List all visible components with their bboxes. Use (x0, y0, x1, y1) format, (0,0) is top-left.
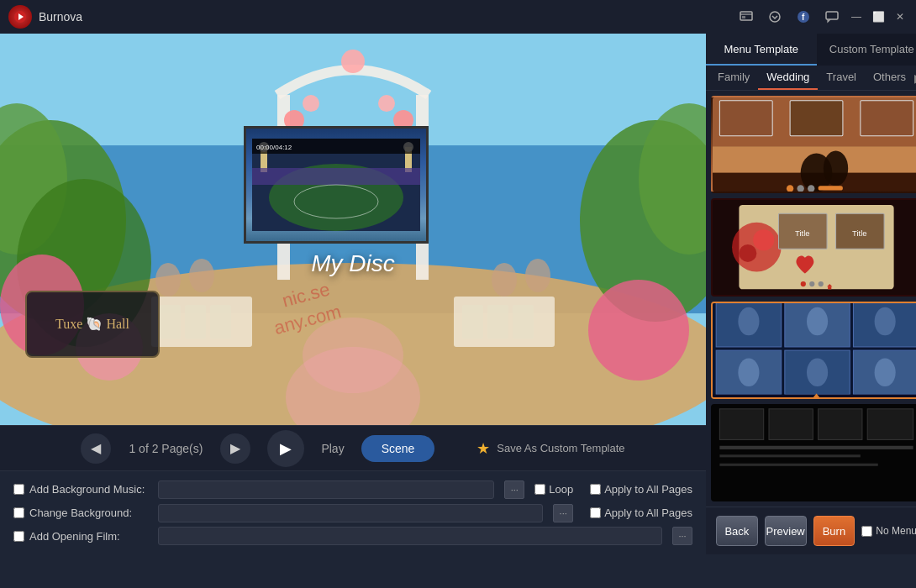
svg-point-40 (492, 263, 517, 297)
loop-checkbox[interactable]: Loop (534, 483, 573, 496)
svg-rect-33 (210, 305, 231, 339)
svg-rect-65 (819, 186, 843, 190)
svg-point-90 (738, 358, 759, 386)
add-opening-film-checkbox[interactable]: Add Opening Film: (13, 530, 148, 543)
back-button[interactable]: Back (716, 516, 758, 546)
svg-rect-36 (487, 305, 508, 339)
menu-template-tab[interactable]: Menu Template (706, 34, 817, 66)
svg-rect-101 (719, 454, 860, 457)
svg-point-29 (303, 318, 403, 393)
apply-to-pages-check[interactable] (590, 484, 601, 495)
background-music-row: Add Background Music: ··· Loop Apply to … (13, 478, 692, 501)
svg-rect-59 (861, 101, 913, 136)
page-indicator: 1 of 2 Page(s) (128, 442, 203, 455)
close-button[interactable]: ✕ (892, 9, 908, 24)
app-title: Burnova (39, 10, 738, 24)
video-thumbnail: 00:00/04:12 (244, 126, 429, 244)
svg-rect-35 (462, 305, 483, 339)
svg-point-76 (809, 281, 814, 286)
template-grid: Title Title (706, 91, 916, 507)
title-plate: Tuxe 🐚 Hall (25, 291, 160, 358)
svg-rect-50 (252, 168, 420, 185)
no-menu-checkbox[interactable]: No Menu (861, 525, 916, 537)
svg-point-5 (770, 12, 780, 22)
action-buttons: Back Preview Burn No Menu (706, 507, 916, 554)
template-item[interactable] (711, 302, 916, 399)
preview-canvas: nic.se any.com (0, 34, 706, 425)
svg-rect-58 (790, 101, 843, 136)
next-page-button[interactable]: ▶ (220, 433, 250, 464)
template-item[interactable] (711, 404, 916, 501)
opening-film-check[interactable] (13, 531, 24, 542)
svg-point-70 (739, 244, 756, 262)
background-music-browse-button[interactable]: ··· (504, 480, 524, 499)
svg-rect-102 (719, 463, 877, 465)
svg-point-92 (875, 358, 896, 386)
svg-point-87 (738, 307, 759, 334)
no-menu-check[interactable] (861, 526, 872, 537)
titlebar-icons: f (738, 8, 840, 25)
background-browse-button[interactable]: ··· (553, 504, 573, 522)
preview-section: nic.se any.com (0, 34, 706, 554)
svg-rect-31 (160, 305, 181, 339)
preview-button[interactable]: Preview (765, 516, 807, 546)
minimize-button[interactable]: — (849, 9, 864, 24)
save-template-label: Save As Custom Template (497, 442, 624, 454)
custom-template-tab[interactable]: Custom Template (817, 34, 916, 66)
svg-rect-100 (719, 446, 913, 449)
apply-to-pages-2-check[interactable] (590, 507, 601, 518)
svg-point-69 (753, 229, 774, 250)
change-background-row: Change Background: ··· Apply to All Page… (13, 501, 692, 525)
svg-text:Title: Title (852, 228, 866, 238)
svg-point-27 (341, 50, 365, 73)
change-background-checkbox[interactable]: Change Background: (13, 507, 148, 519)
play-button[interactable]: ▶ (267, 430, 304, 467)
opening-film-input[interactable] (158, 527, 662, 545)
svg-point-88 (807, 307, 828, 334)
category-wedding-tab[interactable]: Wedding (758, 66, 818, 90)
profile-icon[interactable] (738, 8, 755, 25)
svg-point-61 (824, 150, 848, 186)
background-input[interactable] (158, 504, 543, 522)
template-item[interactable]: Title Title (711, 198, 916, 296)
svg-point-89 (875, 307, 896, 334)
titlebar: Burnova f — ⬜ ✕ (0, 0, 916, 34)
svg-point-75 (801, 281, 806, 286)
svg-rect-96 (719, 409, 763, 440)
opening-film-row: Add Opening Film: ··· (13, 524, 692, 548)
burn-button[interactable]: Burn (813, 516, 855, 546)
svg-rect-8 (826, 12, 838, 19)
svg-point-77 (819, 281, 824, 286)
svg-point-41 (525, 259, 550, 292)
apply-to-pages-2-checkbox[interactable]: Apply to All Pages (590, 507, 692, 519)
background-music-check[interactable] (13, 484, 24, 495)
change-background-check[interactable] (13, 507, 24, 518)
svg-rect-32 (185, 305, 206, 339)
category-others-tab[interactable]: Others (865, 66, 914, 90)
loop-check[interactable] (534, 484, 545, 495)
scene-button[interactable]: Scene (361, 435, 435, 462)
facebook-icon[interactable]: f (795, 8, 812, 25)
window-controls: — ⬜ ✕ (849, 9, 908, 24)
svg-rect-97 (769, 409, 813, 440)
notification-icon[interactable] (766, 8, 783, 25)
svg-rect-57 (719, 101, 772, 136)
save-template-button[interactable]: ★ Save As Custom Template (476, 439, 624, 458)
category-travel-tab[interactable]: Travel (818, 66, 865, 90)
svg-point-91 (807, 358, 828, 386)
template-item[interactable] (711, 96, 916, 193)
preview-controls: ◀ 1 of 2 Page(s) ▶ ▶ Play Scene ★ Save A… (0, 425, 706, 470)
category-family-tab[interactable]: Family (709, 66, 758, 90)
apply-to-pages-checkbox[interactable]: Apply to All Pages (590, 483, 692, 496)
feedback-icon[interactable] (824, 8, 840, 25)
svg-rect-99 (867, 409, 913, 440)
opening-film-browse-button[interactable]: ··· (672, 527, 692, 545)
maximize-button[interactable]: ⬜ (871, 9, 886, 24)
prev-page-button[interactable]: ◀ (81, 433, 111, 464)
svg-rect-79 (828, 286, 831, 289)
template-tabs: Menu Template Custom Template (706, 34, 916, 66)
add-background-music-checkbox[interactable]: Add Background Music: (13, 483, 148, 496)
background-music-input[interactable] (158, 480, 494, 499)
right-panel: Menu Template Custom Template Family Wed… (706, 34, 916, 554)
svg-rect-37 (513, 305, 534, 339)
